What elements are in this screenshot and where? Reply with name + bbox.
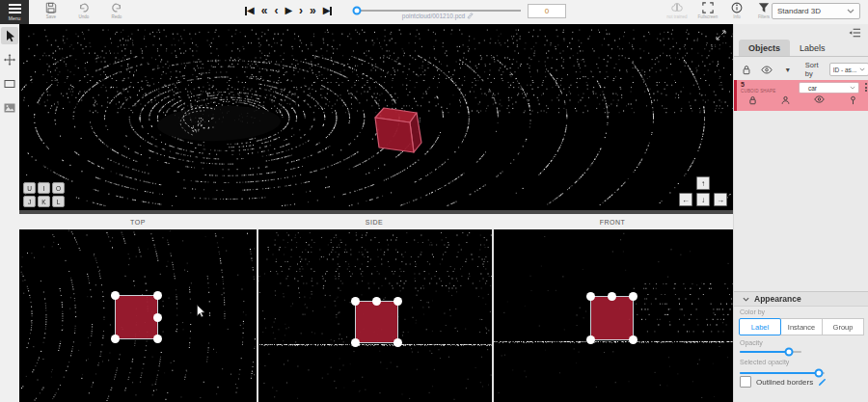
skip-end-button[interactable]: ▶ (323, 6, 333, 15)
resize-handle[interactable] (608, 292, 616, 301)
skip-start-button[interactable]: ◀ (245, 6, 255, 15)
slider-track[interactable] (355, 10, 521, 12)
key-l[interactable]: L (52, 196, 65, 207)
save-button[interactable]: Save (37, 2, 66, 19)
key-u[interactable]: U (23, 182, 36, 194)
resize-handle[interactable] (153, 291, 162, 300)
brain-icon (670, 2, 684, 13)
fullscreen-icon (702, 2, 714, 13)
object-shape-type: CUBOID SHAPE (741, 89, 775, 94)
object-class-select[interactable]: car (799, 82, 859, 94)
resize-handle[interactable] (111, 291, 120, 300)
key-k[interactable]: K (38, 196, 50, 207)
top-view[interactable] (19, 229, 257, 402)
arrow-down-key[interactable]: ↓ (696, 193, 710, 206)
undo-label: Undo (79, 14, 90, 19)
key-o[interactable]: O (52, 182, 65, 194)
fullscreen-button[interactable]: Fullscreen (694, 2, 721, 19)
appearance-section-header[interactable]: Appearance (734, 291, 868, 307)
menu-button[interactable]: Menu (0, 0, 29, 24)
move-icon (4, 54, 15, 66)
ortho-view-headers: TOP SIDE FRONT (19, 214, 733, 229)
frame-number-input[interactable] (528, 4, 566, 18)
resize-handle[interactable] (629, 292, 637, 301)
selected-opacity-label: Selected opacity (740, 359, 789, 365)
resize-handle[interactable] (393, 338, 402, 347)
lock-all-button[interactable] (741, 65, 752, 75)
side-view[interactable] (258, 229, 492, 402)
info-button[interactable]: Info (723, 2, 750, 19)
arrow-up-key[interactable]: ↑ (696, 176, 710, 190)
expand-view-icon[interactable] (716, 30, 726, 40)
step-forward-button[interactable]: › (299, 5, 303, 16)
undo-button[interactable]: Undo (69, 2, 98, 19)
top-view-annotation[interactable] (115, 295, 158, 339)
resize-handle[interactable] (586, 335, 595, 344)
color-by-group-button[interactable]: Group (822, 318, 864, 335)
outlined-borders-label: Outlined borders (756, 378, 813, 387)
move-tool-button[interactable] (1, 51, 18, 68)
select-tool-button[interactable] (1, 27, 18, 44)
color-by-label: Color by (740, 308, 765, 315)
key-j[interactable]: J (23, 196, 36, 207)
arrow-left-key[interactable]: ← (679, 193, 692, 206)
top-toolbar: Menu Save Undo Redo ◀ « ‹ ▶ › » (0, 0, 868, 24)
ai-status-indicator[interactable]: not trained (664, 2, 691, 19)
outlined-borders-checkbox[interactable] (740, 376, 751, 388)
arrow-up-icon: ↑ (701, 179, 705, 188)
image-tool-button[interactable] (1, 99, 18, 117)
resize-handle[interactable] (351, 338, 360, 347)
color-by-label-button[interactable]: Label (739, 318, 781, 335)
tab-labels[interactable]: Labels (790, 40, 835, 56)
opacity-slider[interactable] (740, 347, 801, 357)
menu-label: Menu (9, 15, 21, 21)
slider-thumb[interactable] (785, 348, 794, 357)
cuboid-annotation[interactable] (370, 105, 434, 157)
chevron-down-icon (743, 297, 749, 302)
arrow-right-key[interactable]: → (714, 193, 727, 206)
sort-select[interactable]: ID - as... (829, 63, 868, 76)
assign-user-button[interactable] (781, 95, 790, 105)
more-options-caret[interactable]: ▾ (782, 66, 794, 74)
resize-handle[interactable] (153, 335, 162, 343)
visibility-all-button[interactable] (761, 66, 773, 74)
resize-handle[interactable] (372, 297, 381, 306)
key-i[interactable]: I (38, 182, 50, 194)
objects-toolbar: ▾ Sort by ID - as... (734, 59, 868, 80)
resize-handle[interactable] (393, 297, 402, 306)
resize-handle[interactable] (586, 292, 595, 301)
object-list-item[interactable]: 5 CUBOID SHAPE car (734, 80, 868, 111)
toggle-visibility-button[interactable] (814, 95, 825, 105)
fast-forward-button[interactable]: » (310, 5, 316, 16)
annotation-app: Menu Save Undo Redo ◀ « ‹ ▶ › » (0, 0, 868, 402)
redo-button[interactable]: Redo (102, 2, 131, 19)
pin-object-button[interactable] (849, 95, 857, 105)
color-by-instance-button[interactable]: Instance (780, 318, 823, 335)
front-view-annotation[interactable] (590, 296, 634, 340)
lock-object-button[interactable] (748, 95, 757, 105)
chevron-down-icon (847, 9, 854, 13)
rectangle-icon (4, 79, 15, 89)
box-tool-button[interactable] (1, 75, 18, 93)
ortho-views (19, 229, 733, 402)
edit-pencil-icon[interactable] (818, 378, 827, 387)
resize-handle[interactable] (351, 297, 360, 306)
side-view-annotation[interactable] (355, 301, 398, 343)
fast-backward-button[interactable]: « (261, 5, 268, 16)
resize-handle[interactable] (111, 335, 120, 343)
play-button[interactable]: ▶ (285, 6, 292, 15)
arrow-down-icon: ↓ (701, 196, 705, 204)
info-icon (731, 2, 743, 13)
front-view[interactable] (494, 229, 733, 402)
resize-handle[interactable] (629, 335, 637, 344)
step-backward-button[interactable]: ‹ (274, 5, 278, 16)
view-mode-select[interactable]: Standard 3D (772, 3, 860, 19)
redo-icon (111, 2, 122, 13)
object-menu-button[interactable] (865, 83, 867, 92)
view-mode-value: Standard 3D (777, 7, 847, 15)
undo-icon (78, 2, 90, 13)
tab-objects[interactable]: Objects (739, 40, 790, 56)
opacity-label: Opacity (740, 339, 763, 346)
link-icon (467, 13, 474, 19)
resize-handle[interactable] (153, 313, 162, 322)
